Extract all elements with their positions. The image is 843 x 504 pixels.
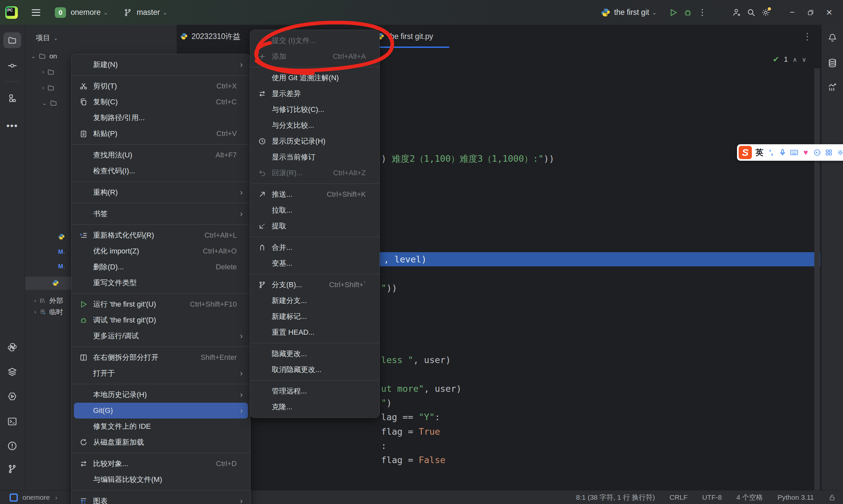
ime-settings-icon[interactable] [837,148,843,157]
menu-item-fetch[interactable]: 提取 › [252,218,377,234]
menu-item-unstash-changes[interactable]: 取消隐藏更改... › [252,362,377,378]
menu-item-git[interactable]: Git(G) › [74,403,248,418]
menu-item-override-file-type[interactable]: 重写文件类型 › [74,275,248,291]
menu-item-find-usages[interactable]: 查找用法(U) Alt+F7 › [74,147,248,163]
menu-item-show-current-revision[interactable]: 显示当前修订 › [252,149,377,165]
menu-item-debug[interactable]: 调试 'the first git'(D) › [74,312,248,328]
line-separator[interactable]: CRLF [670,493,688,501]
menu-item-open-in[interactable]: 打开于 › [74,365,248,381]
menu-item-stash-changes[interactable]: 隐藏更改... › [252,346,377,362]
structure-tool-icon[interactable] [3,90,21,106]
tree-item-python-file[interactable] [58,233,65,240]
caret-position[interactable]: 8:1 (38 字符, 1 行 换行符) [576,493,655,502]
menu-item-copy-path[interactable]: 复制路径/引用... › [74,110,248,126]
ime-language-mode[interactable]: 英 [755,147,763,158]
branch-selector[interactable]: master [137,8,160,17]
menu-item-reset-head[interactable]: 重置 HEAD... › [252,324,377,340]
minimize-button[interactable]: − [783,4,802,21]
notifications-bell-icon[interactable] [824,30,841,46]
menu-item-more-run-debug[interactable]: 更多运行/调试 › [74,328,248,344]
file-encoding[interactable]: UTF-8 [702,493,722,501]
ime-toolbar[interactable]: S 英 ’, ♥ [737,144,843,161]
debug-button[interactable] [681,5,695,20]
menu-item-new-tag[interactable]: 新建标记... › [252,309,377,324]
menu-item-bookmarks[interactable]: 书签 › [74,206,248,222]
close-button[interactable]: × [820,4,838,21]
menu-item-pull[interactable]: 拉取... › [252,202,377,218]
project-selector[interactable]: onemore [71,8,101,17]
menu-item-merge[interactable]: 合并... › [252,240,377,255]
menu-item-branches[interactable]: 分支(B)... Ctrl+Shift+` › [252,277,377,293]
inspection-widget[interactable]: ✔ 1 ∧ ∨ [773,53,821,65]
ime-punctuation-icon[interactable]: ’, [767,148,775,157]
menu-item-rebase[interactable]: 变基... › [252,255,377,271]
menu-item-cut[interactable]: 剪切(T) Ctrl+X › [74,78,248,94]
prev-problem-icon[interactable]: ∧ [792,56,797,64]
search-icon[interactable] [744,5,758,20]
add-user-icon[interactable] [730,5,744,20]
menu-item-copy[interactable]: 复制(C) Ctrl+C › [74,94,248,110]
ime-keyboard-icon[interactable] [790,148,798,157]
menu-item-add[interactable]: 添加 Ctrl+Alt+A › [252,49,377,65]
project-tool-icon[interactable] [3,32,21,48]
tree-item-scratches[interactable]: › 临时 [34,307,63,317]
run-button[interactable] [666,5,681,20]
indent-style[interactable]: 4 个空格 [736,493,763,502]
tree-item-folder[interactable]: › [42,68,54,76]
problems-tool-icon[interactable] [3,438,21,454]
restore-button[interactable] [802,4,820,21]
version-control-tool-icon[interactable] [3,461,21,477]
menu-item-new[interactable]: 新建(N) › [74,57,248,73]
tab-20232310[interactable]: 20232310许益 [180,25,240,48]
menu-item-reload-from-disk[interactable]: 从磁盘重新加载 › [74,434,248,450]
menu-item-optimize-imports[interactable]: 优化 import(Z) Ctrl+Alt+O › [74,243,248,259]
python-interpreter[interactable]: Python 3.11 [777,493,814,501]
layers-tool-icon[interactable] [3,364,21,380]
menu-item-push[interactable]: 推送... Ctrl+Shift+K › [252,186,377,202]
tree-item-m-file[interactable]: M↓ [58,263,65,270]
tree-item-m-file[interactable]: M↓ [58,249,65,255]
menu-item-local-history[interactable]: 本地历史记录(H) › [74,387,248,403]
menu-item-paste[interactable]: 粘贴(P) Ctrl+V › [74,126,248,142]
tree-item-folder[interactable]: › [42,84,54,91]
menu-item-commit-file[interactable]: 提交 (I)文件... › [252,33,377,49]
menu-item-show-diff[interactable]: 显示差异 › [252,86,377,102]
menu-item-manage-remotes[interactable]: 管理远程... › [252,383,377,399]
project-panel-header[interactable]: 项目⌄ [36,33,58,43]
breadcrumb-project[interactable]: onemore [22,493,50,501]
main-menu-icon[interactable] [32,9,40,16]
chart-tool-icon[interactable] [824,79,841,95]
sogou-logo-icon[interactable]: S [739,146,752,159]
menu-item-clone[interactable]: 克隆... › [252,399,377,415]
more-tools-icon[interactable]: ••• [3,118,21,134]
run-config-selector[interactable]: the first git [614,8,649,17]
tab-the-first-git[interactable]: the first git.py [377,25,433,48]
menu-item-refactor[interactable]: 重构(R) › [74,184,248,200]
tree-item-folder[interactable]: ⌄ [42,100,57,107]
editor-scrollbar[interactable] [814,68,820,490]
python-packages-tool-icon[interactable] [3,339,21,355]
menu-item-new-branch[interactable]: 新建分支... › [252,293,377,309]
database-tool-icon[interactable] [824,55,841,71]
menu-item-compare-with[interactable]: 比较对象... Ctrl+D › [74,456,248,472]
menu-item-compare-with-branch[interactable]: 与分支比较... › [252,118,377,133]
ime-apps-icon[interactable] [825,148,833,157]
menu-item-fix-ide[interactable]: 修复文件上的 IDE › [74,418,248,434]
tree-item-selected-python-file[interactable] [52,280,59,286]
menu-item-compare-file-with-editor[interactable]: 与编辑器比较文件(M) › [74,472,248,487]
menu-item-diagrams[interactable]: 图表 › [74,493,248,504]
next-problem-icon[interactable]: ∨ [802,56,806,64]
menu-item-reformat-code[interactable]: 重新格式化代码(R) Ctrl+Alt+L › [74,228,248,243]
menu-item-open-in-right-split[interactable]: 在右侧拆分部分打开 Shift+Enter › [74,349,248,365]
ime-toolbox-icon[interactable] [813,148,821,157]
terminal-tool-icon[interactable] [3,414,21,429]
menu-item-annotate-with-git-blame[interactable]: 使用 Git 追溯注解(N) › [252,70,377,86]
tree-item-external-libraries[interactable]: › 外部 [34,296,63,305]
menu-item-inspect-code[interactable]: 检查代码(I)... › [74,163,248,179]
menu-item-show-history[interactable]: 显示历史记录(H) › [252,133,377,149]
tree-item-root-folder[interactable]: ⌄ on [31,52,57,60]
lock-icon[interactable] [828,494,836,501]
more-actions-icon[interactable]: ⋮ [695,5,709,20]
ime-mic-icon[interactable] [778,148,787,157]
menu-item-rollback[interactable]: 回滚(R)... Ctrl+Alt+Z › [252,165,377,181]
